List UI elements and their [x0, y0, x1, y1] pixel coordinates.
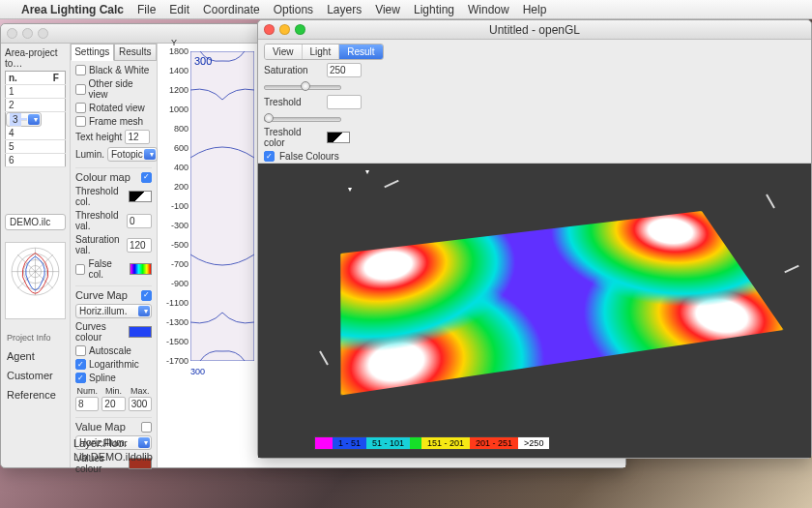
curvemap-checkbox[interactable]: [141, 290, 152, 301]
menu-window[interactable]: Window: [468, 3, 509, 16]
svg-rect-8: [190, 51, 254, 361]
x-bottom-tick: 300: [190, 367, 205, 376]
y-axis: 1800140012001000800600400200-100-300-500…: [158, 51, 190, 361]
autoscale-checkbox[interactable]: [75, 345, 86, 356]
left-sidebar: Area-project to… n.F 1 2 3 4 5 6 DEMO.il…: [1, 44, 71, 467]
n-table[interactable]: n.F 1 2 3 4 5 6: [5, 71, 66, 167]
bw-checkbox[interactable]: [75, 65, 86, 75]
curve-select[interactable]: Horiz.illum.: [75, 304, 152, 318]
falsecol-checkbox[interactable]: [75, 264, 85, 275]
seg-view[interactable]: View: [265, 45, 303, 59]
close-icon[interactable]: [7, 28, 17, 39]
menubar: Area Lighting Calc File Edit Coordinate …: [0, 0, 812, 19]
gl-title: Untitled - openGL: [258, 23, 811, 37]
gl-titlebar[interactable]: Untitled - openGL: [258, 20, 811, 40]
menu-help[interactable]: Help: [523, 3, 547, 16]
spline-checkbox[interactable]: [75, 373, 86, 383]
menu-lighting[interactable]: Lighting: [414, 3, 454, 16]
falsecol-swatch[interactable]: [130, 263, 152, 275]
close-icon[interactable]: [264, 24, 275, 35]
gl-threshold-color-swatch[interactable]: [327, 132, 350, 143]
file-box[interactable]: DEMO.ilc: [5, 214, 66, 230]
valuemap-checkbox[interactable]: [141, 422, 152, 433]
menu-view[interactable]: View: [375, 3, 400, 16]
gl-viewport[interactable]: 1 - 5151 - 101151 - 201201 - 251>250: [258, 164, 811, 458]
customer-row[interactable]: Customer: [5, 366, 66, 385]
threshold-slider[interactable]: [264, 112, 341, 124]
svg-text:300: 300: [194, 55, 212, 67]
threshold-input[interactable]: [327, 95, 362, 109]
seg-result[interactable]: Result: [339, 45, 382, 59]
project-info-label: Project Info: [5, 329, 66, 346]
settings-column: Settings Results Black & White Other sid…: [71, 44, 158, 467]
text-height-input[interactable]: [125, 130, 150, 144]
area-project-label: Area-project to…: [5, 47, 66, 69]
lumin-select[interactable]: Fotopic: [107, 147, 158, 162]
gl-toolbar: View Light Result Saturation Treshold Tr…: [258, 40, 811, 164]
menu-edit[interactable]: Edit: [169, 3, 189, 16]
zoom-icon[interactable]: [295, 24, 305, 35]
otherside-checkbox[interactable]: [75, 84, 86, 95]
minimize-icon[interactable]: [22, 28, 33, 39]
rotated-checkbox[interactable]: [75, 103, 86, 113]
footer: Layer:Floor Lib:DEMO.ildolib: [73, 436, 153, 463]
minimize-icon[interactable]: [279, 24, 290, 35]
table-row-selected: 3: [6, 112, 42, 127]
polar-diagram: [5, 242, 66, 319]
menu-options[interactable]: Options: [274, 3, 313, 16]
colour-legend: 1 - 5151 - 101151 - 201201 - 251>250: [314, 436, 550, 450]
view-mode-tabs: View Light Result: [264, 44, 384, 60]
tab-settings[interactable]: Settings: [71, 44, 114, 61]
menu-file[interactable]: File: [137, 3, 156, 16]
false-colours-checkbox[interactable]: [264, 151, 275, 162]
tab-results[interactable]: Results: [114, 44, 158, 61]
reference-row[interactable]: Reference: [5, 385, 66, 404]
opengl-window: Untitled - openGL View Light Result Satu…: [257, 19, 812, 459]
contour-chart: 300: [190, 51, 254, 361]
lib-label: Lib:DEMO.ildolib: [73, 450, 153, 463]
saturation-input[interactable]: [327, 63, 362, 77]
threshold-color-swatch[interactable]: [129, 191, 152, 202]
logarithmic-checkbox[interactable]: [75, 359, 86, 370]
agent-row[interactable]: Agent: [5, 346, 66, 366]
max-input[interactable]: [129, 397, 152, 411]
colourmap-checkbox[interactable]: [141, 172, 152, 183]
seg-light[interactable]: Light: [303, 45, 340, 59]
num-input[interactable]: [75, 397, 99, 411]
menu-layers[interactable]: Layers: [327, 3, 362, 16]
threshold-val-input[interactable]: [127, 214, 152, 228]
zoom-icon[interactable]: [38, 28, 48, 39]
app-name[interactable]: Area Lighting Calc: [21, 3, 124, 16]
min-input[interactable]: [102, 397, 125, 411]
framemesh-checkbox[interactable]: [75, 116, 86, 127]
saturation-slider[interactable]: [264, 80, 341, 92]
saturation-val-input[interactable]: [127, 238, 152, 253]
layer-label: Layer:Floor: [73, 436, 153, 450]
curves-color-swatch[interactable]: [129, 326, 152, 338]
false-colour-render: [340, 211, 783, 395]
menu-coordinate[interactable]: Coordinate: [203, 3, 260, 16]
